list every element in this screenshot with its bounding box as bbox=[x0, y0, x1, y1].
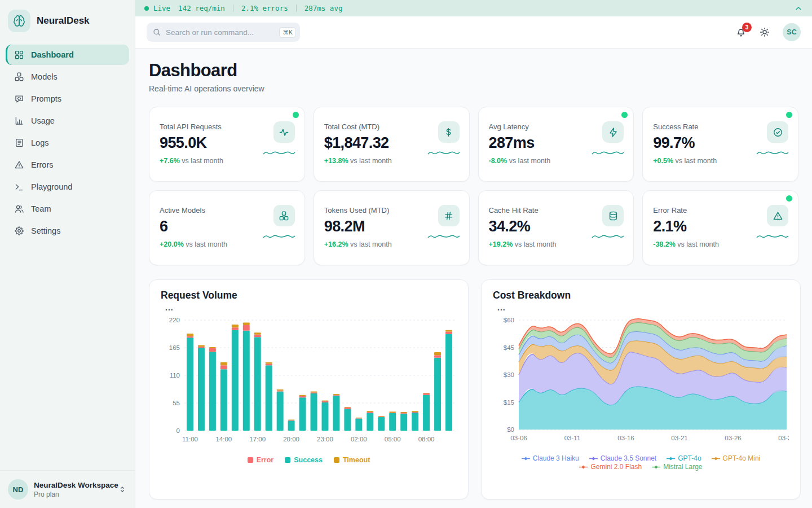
stat-delta: +19.2% vs last month bbox=[489, 240, 624, 248]
main-shell: Live 142 req/min 2.1% errors 287ms avg ⌘… bbox=[135, 0, 812, 508]
live-dot bbox=[144, 6, 149, 11]
bar-chart-icon bbox=[14, 116, 24, 126]
legend-item[interactable]: Error bbox=[248, 456, 274, 464]
sparkline bbox=[263, 148, 297, 156]
sidebar: NeuralDesk DashboardModelsPromptsUsageLo… bbox=[0, 0, 135, 508]
warning-triangle-icon bbox=[14, 160, 24, 170]
gear-icon bbox=[14, 226, 24, 236]
chart-menu-button[interactable]: ... bbox=[497, 303, 789, 312]
page-content: Dashboard Real-time AI operations overvi… bbox=[135, 49, 812, 508]
legend-marker-icon bbox=[589, 456, 598, 461]
sidebar-item-models[interactable]: Models bbox=[6, 67, 129, 87]
page-title: Dashboard bbox=[149, 60, 798, 81]
dollar-icon bbox=[438, 121, 460, 143]
legend-item[interactable]: GPT-4o Mini bbox=[712, 454, 761, 462]
sidebar-item-label: Errors bbox=[31, 160, 53, 169]
sidebar-item-label: Logs bbox=[31, 138, 48, 147]
svg-text:03-26: 03-26 bbox=[725, 435, 741, 441]
live-label: Live bbox=[153, 4, 170, 12]
svg-text:03-31: 03-31 bbox=[778, 435, 789, 441]
sidebar-item-playground[interactable]: Playground bbox=[6, 177, 129, 197]
sidebar-item-usage[interactable]: Usage bbox=[6, 111, 129, 131]
sidebar-item-label: Team bbox=[31, 204, 51, 213]
check-circle-icon bbox=[773, 127, 783, 138]
terminal-icon bbox=[14, 182, 24, 192]
theme-toggle-button[interactable] bbox=[759, 27, 770, 38]
user-avatar[interactable]: SC bbox=[783, 23, 801, 41]
svg-text:03-21: 03-21 bbox=[671, 435, 687, 441]
workspace-switcher[interactable]: ND NeuralDesk Workspace Pro plan bbox=[0, 470, 135, 508]
scroll-icon bbox=[14, 138, 24, 148]
notifications-button[interactable]: 3 bbox=[735, 27, 747, 38]
stat-delta: -8.0% vs last month bbox=[489, 157, 624, 165]
cost-breakdown-legend: Claude 3 HaikuClaude 3.5 SonnetGPT-4oGPT… bbox=[493, 454, 789, 471]
sidebar-item-label: Settings bbox=[31, 226, 60, 235]
sidebar-item-label: Usage bbox=[31, 116, 55, 125]
workspace-avatar: ND bbox=[8, 479, 28, 500]
stat-card: Tokens Used (MTD)98.2M+16.2% vs last mon… bbox=[314, 190, 470, 265]
sidebar-item-logs[interactable]: Logs bbox=[6, 133, 129, 153]
search-box[interactable]: ⌘K bbox=[147, 23, 300, 42]
svg-text:03-16: 03-16 bbox=[617, 435, 634, 441]
req-rate: 142 req/min bbox=[178, 4, 225, 12]
stat-card: Cache Hit Rate34.2%+19.2% vs last month bbox=[478, 190, 634, 265]
search-input[interactable] bbox=[166, 28, 275, 37]
boxes-icon bbox=[14, 72, 24, 82]
boxes-icon bbox=[273, 205, 295, 226]
stat-delta: +20.0% vs last month bbox=[160, 240, 294, 248]
zap-icon bbox=[602, 121, 624, 143]
stat-card: Avg Latency287ms-8.0% vs last month bbox=[478, 107, 634, 182]
chart-menu-button[interactable]: ... bbox=[165, 303, 457, 312]
legend-item[interactable]: Claude 3.5 Sonnet bbox=[589, 454, 656, 462]
svg-text:$30: $30 bbox=[504, 371, 514, 378]
search-shortcut: ⌘K bbox=[279, 27, 296, 38]
cost-breakdown-chart: $0$15$30$45$6003-0603-1103-1603-2103-260… bbox=[493, 313, 789, 454]
chevrons-up-down-icon[interactable] bbox=[118, 485, 127, 494]
live-indicator-dot bbox=[621, 112, 628, 118]
warning-triangle-icon bbox=[767, 205, 788, 226]
chevron-up-icon[interactable] bbox=[794, 4, 803, 13]
legend-item[interactable]: GPT-4o bbox=[667, 454, 701, 462]
legend-item[interactable]: Success bbox=[285, 456, 323, 464]
message-code-icon bbox=[14, 94, 24, 104]
grid-icon bbox=[14, 50, 24, 60]
sidebar-item-prompts[interactable]: Prompts bbox=[6, 89, 129, 109]
live-status-bar: Live 142 req/min 2.1% errors 287ms avg bbox=[135, 0, 812, 16]
svg-text:05:00: 05:00 bbox=[385, 436, 401, 443]
sidebar-item-errors[interactable]: Errors bbox=[6, 155, 129, 175]
boxes-icon bbox=[14, 72, 24, 82]
stat-delta: +16.2% vs last month bbox=[324, 240, 459, 248]
sparkline bbox=[592, 232, 625, 240]
svg-text:55: 55 bbox=[173, 400, 180, 406]
stat-delta: +7.6% vs last month bbox=[160, 157, 294, 165]
svg-text:14:00: 14:00 bbox=[215, 436, 232, 443]
legend-item[interactable]: Claude 3 Haiku bbox=[522, 454, 579, 462]
svg-text:11:00: 11:00 bbox=[182, 436, 198, 443]
sidebar-item-dashboard[interactable]: Dashboard bbox=[6, 45, 129, 65]
legend-marker-icon bbox=[712, 456, 720, 461]
legend-marker-icon bbox=[579, 465, 588, 470]
legend-item[interactable]: Timeout bbox=[334, 456, 370, 464]
legend-item[interactable]: Gemini 2.0 Flash bbox=[579, 463, 642, 471]
bar-chart-icon bbox=[14, 116, 24, 126]
svg-text:165: 165 bbox=[169, 344, 180, 351]
sidebar-item-settings[interactable]: Settings bbox=[6, 221, 129, 241]
stat-card: Total Cost (MTD)$1,847.32+13.8% vs last … bbox=[314, 107, 470, 182]
live-indicator-dot bbox=[786, 112, 792, 118]
hash-icon bbox=[438, 205, 460, 226]
stat-card: Error Rate2.1%-38.2% vs last month bbox=[642, 190, 798, 265]
sidebar-item-team[interactable]: Team bbox=[6, 199, 129, 219]
svg-text:220: 220 bbox=[169, 317, 180, 323]
stat-card: Total API Requests955.0K+7.6% vs last mo… bbox=[149, 107, 305, 182]
check-circle-icon bbox=[767, 121, 788, 143]
request-volume-chart: 05511016522011:0014:0017:0020:0023:0002:… bbox=[161, 313, 457, 454]
gear-icon bbox=[14, 226, 24, 236]
page-subtitle: Real-time AI operations overview bbox=[149, 84, 798, 93]
scroll-icon bbox=[14, 138, 24, 148]
live-indicator-dot bbox=[786, 195, 792, 202]
legend-item[interactable]: Mistral Large bbox=[652, 463, 702, 471]
svg-text:17:00: 17:00 bbox=[249, 436, 266, 443]
stats-grid: Total API Requests955.0K+7.6% vs last mo… bbox=[149, 107, 798, 265]
legend-marker-icon bbox=[652, 465, 660, 470]
svg-text:$45: $45 bbox=[504, 344, 514, 351]
